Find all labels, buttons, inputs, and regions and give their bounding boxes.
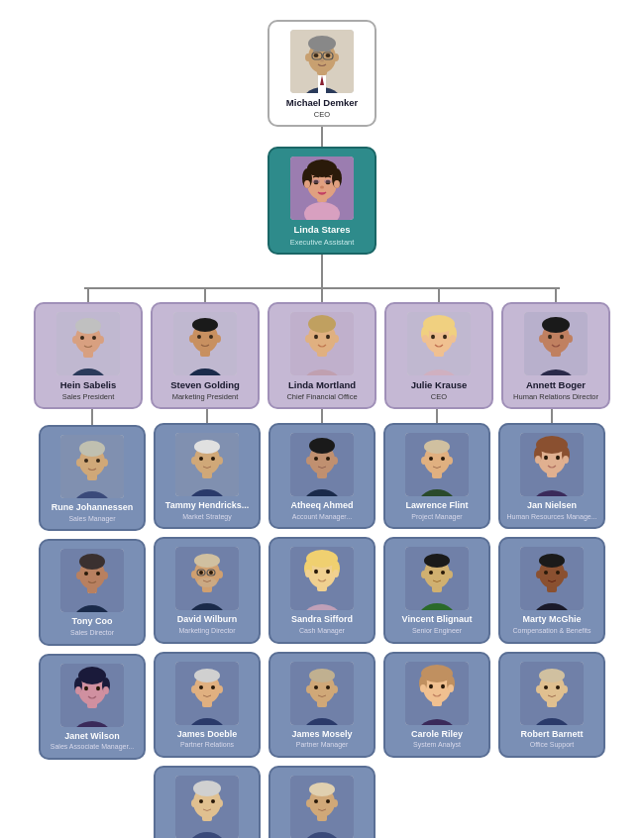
r3c5-node[interactable]: Robert Barnett Office Support bbox=[498, 652, 605, 758]
svg-point-154 bbox=[314, 457, 318, 461]
r3c2-photo bbox=[175, 662, 239, 725]
svg-point-45 bbox=[189, 335, 195, 343]
r3c5-photo bbox=[520, 662, 584, 725]
r3c4-photo bbox=[405, 662, 469, 725]
vp1-node[interactable]: Hein Sabelis Sales President bbox=[34, 302, 143, 409]
svg-point-137 bbox=[211, 685, 215, 689]
r2c5-name: Marty McGhie bbox=[522, 614, 581, 625]
svg-point-27 bbox=[312, 179, 320, 183]
svg-point-77 bbox=[560, 335, 564, 339]
vp3-title: Chief Financial Office bbox=[286, 392, 357, 401]
r4c3-node[interactable]: Keisha Fields Settlement Officer... bbox=[268, 766, 376, 838]
r1c2-title: Market Strategy bbox=[182, 513, 231, 521]
r2c2-node[interactable]: David Wilburn Marketing Director bbox=[154, 537, 261, 643]
svg-point-212 bbox=[429, 683, 433, 687]
r2c1-title: Sales Director bbox=[70, 629, 114, 637]
col3-sub: Atheeq Ahmed Account Manager... bbox=[268, 409, 376, 838]
r1c2-photo bbox=[175, 433, 239, 496]
r1c5-name: Jan Nielsen bbox=[527, 500, 577, 511]
svg-point-48 bbox=[209, 335, 213, 339]
svg-point-35 bbox=[72, 336, 78, 344]
svg-point-115 bbox=[199, 457, 203, 461]
r1c5-node[interactable]: Jan Nielsen Human Resources Manage... bbox=[498, 423, 605, 529]
vp1-branch: Hein Sabelis Sales President bbox=[34, 288, 143, 409]
svg-point-153 bbox=[332, 457, 338, 465]
svg-point-76 bbox=[548, 335, 552, 339]
col3-nodes: Atheeq Ahmed Account Manager... bbox=[268, 423, 376, 838]
r4c2-node[interactable]: Ruth Barnsley Online Sales Director bbox=[154, 766, 261, 838]
r2c4-node[interactable]: Vincent Blignaut Senior Engineer bbox=[383, 537, 490, 643]
svg-point-95 bbox=[84, 572, 88, 576]
vp2-node[interactable]: Steven Golding Marketing President bbox=[151, 302, 260, 409]
svg-point-66 bbox=[450, 335, 456, 343]
r1c2-name: Tammy Hendricks... bbox=[165, 500, 249, 511]
r2c3-node[interactable]: Sandra Sifford Cash Manager bbox=[268, 537, 376, 643]
r2c5-photo bbox=[520, 547, 584, 610]
svg-point-83 bbox=[76, 459, 82, 467]
r3c4-node[interactable]: Carole Riley System Analyst bbox=[383, 652, 490, 758]
r3c3-name: James Mosely bbox=[291, 729, 352, 740]
ceo-node[interactable]: Michael Demker CEO bbox=[268, 20, 376, 127]
vp3-photo bbox=[290, 312, 354, 375]
vp1-vstem bbox=[87, 290, 89, 302]
svg-point-190 bbox=[421, 457, 427, 465]
vp-section: Hein Sabelis Sales President bbox=[20, 274, 624, 838]
svg-point-93 bbox=[76, 572, 82, 579]
r2c5-node[interactable]: Marty McGhie Compensation & Benefits bbox=[498, 537, 605, 643]
svg-point-201 bbox=[429, 571, 433, 575]
svg-point-231 bbox=[562, 571, 568, 578]
r3c1-node[interactable]: Janet Wilson Sales Associate Manager... bbox=[39, 654, 146, 760]
vp1-name: Hein Sabelis bbox=[60, 379, 117, 390]
vp-hline-container bbox=[74, 274, 570, 288]
r1c2-node[interactable]: Tammy Hendricks... Market Strategy bbox=[154, 423, 261, 529]
r2c4-title: Senior Engineer bbox=[412, 627, 462, 635]
col4-sub: Lawrence Flint Project Manager bbox=[383, 409, 490, 838]
svg-point-44 bbox=[192, 318, 218, 332]
r1c1-photo bbox=[60, 435, 124, 498]
ea-node[interactable]: Linda Stares Executive Assistant bbox=[268, 147, 376, 254]
r3c3-photo bbox=[290, 662, 354, 725]
svg-point-104 bbox=[75, 686, 81, 694]
r4c3-photo bbox=[290, 776, 354, 838]
col1-nodes: Rune Johannessen Sales Manager bbox=[39, 425, 146, 760]
vp3-node[interactable]: Linda Mortland Chief Financial Office bbox=[268, 302, 376, 409]
r3c2-node[interactable]: James Doeble Partner Relations bbox=[154, 652, 261, 758]
svg-point-107 bbox=[96, 685, 100, 689]
r3c1-photo bbox=[60, 664, 124, 727]
r4c2-photo bbox=[175, 776, 239, 838]
svg-point-229 bbox=[539, 554, 565, 568]
r1c1-node[interactable]: Rune Johannessen Sales Manager bbox=[39, 425, 146, 531]
svg-point-163 bbox=[305, 570, 311, 577]
svg-point-193 bbox=[441, 457, 445, 461]
vp2-name: Steven Golding bbox=[170, 379, 240, 390]
r2c1-node[interactable]: Tony Coo Sales Director bbox=[39, 539, 146, 645]
svg-point-133 bbox=[194, 669, 220, 682]
svg-point-144 bbox=[217, 799, 223, 807]
r1c3-node[interactable]: Atheeq Ahmed Account Manager... bbox=[268, 423, 376, 529]
vp5-node[interactable]: Annett Boger Human Relations Director bbox=[501, 302, 610, 409]
r3c3-node[interactable]: James Mosely Partner Manager bbox=[268, 652, 376, 758]
svg-point-105 bbox=[103, 686, 109, 694]
vp4-photo bbox=[407, 312, 471, 375]
svg-point-112 bbox=[194, 440, 220, 454]
col3-vstem bbox=[321, 409, 323, 423]
svg-point-57 bbox=[326, 335, 330, 339]
svg-point-28 bbox=[324, 179, 332, 183]
svg-point-34 bbox=[75, 318, 101, 334]
vp4-vstem bbox=[438, 288, 440, 302]
r2c2-name: David Wilburn bbox=[177, 614, 237, 625]
svg-point-142 bbox=[193, 781, 221, 796]
svg-point-202 bbox=[441, 571, 445, 575]
svg-point-73 bbox=[542, 317, 570, 333]
svg-point-65 bbox=[422, 335, 428, 343]
r1c3-photo bbox=[290, 433, 354, 496]
col4-nodes: Lawrence Flint Project Manager bbox=[383, 423, 490, 758]
vp4-node[interactable]: Julie Krause CEO bbox=[384, 302, 493, 409]
svg-point-191 bbox=[447, 457, 453, 465]
r1c4-node[interactable]: Lawrence Flint Project Manager bbox=[383, 423, 490, 529]
svg-point-175 bbox=[326, 685, 330, 689]
svg-point-121 bbox=[194, 554, 220, 568]
svg-point-56 bbox=[314, 335, 318, 339]
vp-row: Hein Sabelis Sales President bbox=[25, 288, 619, 409]
vp2-photo bbox=[173, 312, 237, 375]
